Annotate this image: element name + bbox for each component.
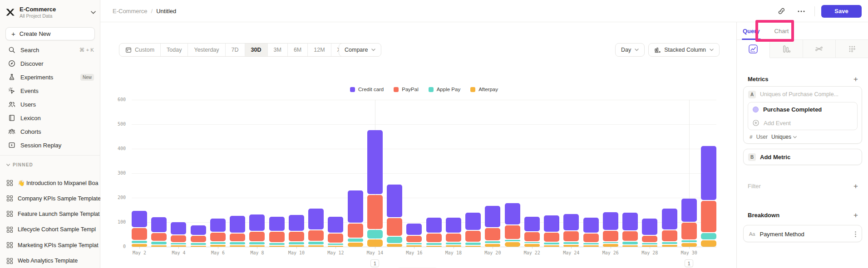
date-range-30d[interactable]: 30D [245, 44, 268, 56]
chart-bar-may-10[interactable] [289, 100, 304, 247]
share-link-button[interactable] [774, 5, 788, 18]
chart-bar-may-19[interactable] [465, 100, 481, 247]
sidebar-item-session-replay[interactable]: Session Replay [0, 138, 100, 152]
flows-chart-tab[interactable] [803, 40, 836, 58]
add-event-row[interactable]: Add Event [748, 116, 857, 130]
date-range-3m[interactable]: 3M [268, 44, 288, 56]
measure-entity[interactable]: User [756, 134, 768, 140]
pinned-board-item[interactable]: Lifecycle Cohort Sample Templ [0, 222, 100, 237]
annotation-badge[interactable]: 1 [370, 259, 379, 267]
sidebar-item-experiments[interactable]: ExperimentsNew [0, 70, 100, 84]
insights-chart-tab[interactable] [737, 40, 770, 58]
breadcrumb-project[interactable]: E-Commerce [113, 8, 148, 15]
annotation-badge[interactable]: 1 [685, 259, 693, 267]
funnels-chart-tab[interactable] [770, 40, 803, 58]
save-button[interactable]: Save [821, 5, 862, 18]
chart-bar-may-31[interactable] [701, 100, 716, 247]
chart-bar-may-13[interactable] [348, 100, 363, 247]
date-range-12m[interactable]: 12M [308, 44, 331, 56]
more-options-button[interactable] [794, 5, 808, 18]
date-range-custom[interactable]: Custom [119, 44, 161, 56]
pinned-board-item[interactable]: 👋 Introduction to Mixpanel Boa [0, 175, 100, 190]
sidebar-item-lexicon[interactable]: Lexicon [0, 111, 100, 125]
pinned-board-item[interactable]: Marketing KPIs Sample Templat [0, 238, 100, 253]
x-axis-tick-label: May 24 [557, 250, 585, 255]
measure-type-dropdown[interactable]: Uniques [771, 134, 797, 140]
compare-button[interactable]: Compare [339, 43, 381, 57]
event-row-purchase-completed[interactable]: Purchase Completed [748, 102, 857, 116]
date-range-6m[interactable]: 6M [288, 44, 308, 56]
chart-bar-may-15[interactable] [387, 100, 402, 247]
add-breakdown-plus-button[interactable]: + [853, 211, 858, 219]
legend-item-paypal[interactable]: PayPal [394, 87, 418, 92]
granularity-button[interactable]: Day [615, 43, 645, 57]
x-axis-tick [139, 247, 140, 249]
tab-chart[interactable]: Chart [774, 22, 789, 40]
retention-chart-tab[interactable] [836, 40, 868, 58]
create-new-button[interactable]: + Create New [5, 27, 95, 40]
dots-grid-icon [847, 44, 857, 54]
chart-bar-may-22[interactable] [524, 100, 540, 247]
chart-bar-may-11[interactable] [308, 100, 324, 247]
sidebar-item-events[interactable]: Events [0, 84, 100, 97]
tab-query[interactable]: Query [743, 22, 760, 40]
legend-label: Afterpay [478, 87, 498, 92]
workspace-switcher[interactable]: E-Commerce All Project Data [5, 5, 96, 20]
legend-item-afterpay[interactable]: Afterpay [470, 87, 498, 92]
sidebar-item-search[interactable]: Search⌘ + K [0, 43, 100, 57]
metric-a-summary[interactable]: Uniques of Purchase Comple... [760, 91, 838, 97]
sidebar-item-cohorts[interactable]: Cohorts [0, 125, 100, 138]
chart-bar-may-17[interactable] [426, 100, 442, 247]
bar-segment-afterpay [544, 245, 559, 247]
line-chart-icon [748, 44, 758, 54]
x-axis-tick-label: May 8 [243, 250, 271, 255]
metric-b-add-card[interactable]: B Add Metric [743, 149, 862, 165]
pinned-board-item[interactable]: Web Analytics Template [0, 253, 100, 268]
bar-segment-paypal [642, 236, 657, 242]
chart-bar-may-21[interactable] [505, 100, 520, 247]
bar-segment-apple-pay [210, 242, 226, 244]
pinned-section-header[interactable]: PINNED [6, 162, 33, 167]
add-filter-plus-button[interactable]: + [853, 182, 858, 190]
chart-bar-may-6[interactable] [210, 100, 226, 247]
legend-item-credit-card[interactable]: Credit card [350, 87, 384, 92]
chart-bar-may-24[interactable] [563, 100, 579, 247]
chart-bar-may-28[interactable] [642, 100, 657, 247]
date-range-yesterday[interactable]: Yesterday [188, 44, 225, 56]
chart-bar-may-8[interactable] [249, 100, 265, 247]
chart-bar-may-26[interactable] [603, 100, 618, 247]
pinned-board-item[interactable]: Feature Launch Sample Templat [0, 206, 100, 222]
sidebar-item-discover[interactable]: Discover [0, 57, 100, 70]
chart-bar-may-14[interactable] [367, 100, 383, 247]
metrics-section-label: Metrics [748, 76, 769, 83]
kebab-menu-icon[interactable] [855, 231, 856, 237]
sidebar-item-users[interactable]: Users [0, 97, 100, 111]
bar-segment-credit-card [289, 215, 304, 231]
chart-bar-may-20[interactable] [485, 100, 500, 247]
chart-bar-may-29[interactable] [662, 100, 677, 247]
bar-segment-afterpay [465, 246, 481, 247]
breakdown-card-payment-method[interactable]: Aa Payment Method [743, 225, 862, 242]
chart-bar-may-2[interactable] [132, 100, 147, 247]
add-metric-plus-button[interactable]: + [853, 75, 858, 83]
chart-bar-may-5[interactable] [191, 100, 206, 247]
chart-bar-may-9[interactable] [269, 100, 285, 247]
legend-item-apple-pay[interactable]: Apple Pay [429, 87, 460, 92]
bar-segment-apple-pay [544, 243, 559, 244]
chart-bar-may-12[interactable] [328, 100, 343, 247]
breadcrumb-title[interactable]: Untitled [156, 8, 176, 15]
date-range-7d[interactable]: 7D [226, 44, 245, 56]
chart-bar-may-3[interactable] [151, 100, 167, 247]
chart-bar-may-27[interactable] [622, 100, 638, 247]
chart-bar-may-23[interactable] [544, 100, 559, 247]
pinned-board-item[interactable]: Company KPIs Sample Template [0, 190, 100, 206]
chart-bar-may-16[interactable] [406, 100, 422, 247]
chart-type-button[interactable]: Stacked Column [648, 43, 720, 57]
date-range-today[interactable]: Today [161, 44, 188, 56]
chart-bar-may-4[interactable] [171, 100, 186, 247]
chart-bar-may-30[interactable] [681, 100, 697, 247]
chart-bar-may-25[interactable] [583, 100, 599, 247]
chart-bar-may-18[interactable] [446, 100, 461, 247]
chart-bar-may-7[interactable] [230, 100, 245, 247]
bar-segment-afterpay [603, 244, 618, 247]
